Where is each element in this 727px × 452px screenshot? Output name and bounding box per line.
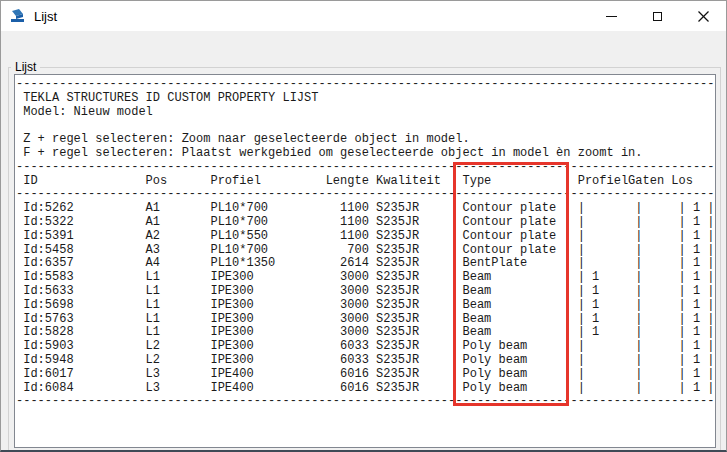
dialog-client-area: Lijst ----------------------------------… bbox=[1, 31, 726, 450]
list-dialog-window: Lijst Lijst ----------------------------… bbox=[0, 0, 727, 452]
close-icon bbox=[698, 11, 709, 22]
maximize-icon bbox=[653, 12, 662, 21]
window-title: Lijst bbox=[34, 9, 57, 24]
report-text-area[interactable]: ----------------------------------------… bbox=[14, 74, 716, 448]
maximize-button[interactable] bbox=[634, 1, 680, 31]
minimize-icon bbox=[606, 16, 617, 17]
window-controls bbox=[588, 1, 726, 31]
minimize-button[interactable] bbox=[588, 1, 634, 31]
close-button[interactable] bbox=[680, 1, 726, 31]
tekla-app-icon bbox=[10, 8, 26, 24]
groupbox-label: Lijst bbox=[11, 60, 40, 74]
report-text[interactable]: ----------------------------------------… bbox=[15, 75, 715, 409]
titlebar: Lijst bbox=[1, 1, 726, 31]
